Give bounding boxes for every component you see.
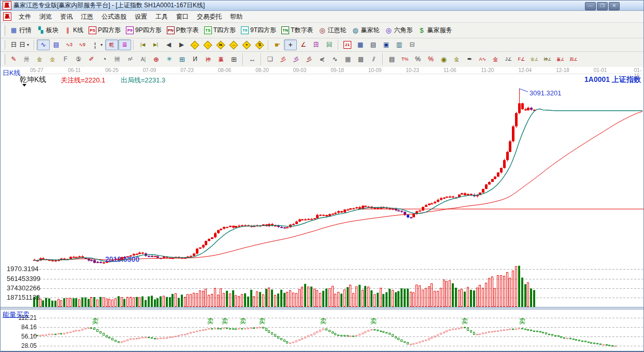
window-chart-button[interactable]: ∿ bbox=[37, 39, 50, 50]
minimize-button[interactable]: — bbox=[585, 2, 596, 10]
menu-item-资讯[interactable]: 资讯 bbox=[56, 11, 77, 23]
save-button[interactable]: ▣ bbox=[380, 39, 393, 50]
ps-badge-button[interactable]: PSP四方形 bbox=[86, 24, 123, 36]
candle-style-button[interactable]: ¦▾ bbox=[89, 39, 105, 50]
gold-rule-button[interactable]: 金 bbox=[450, 54, 463, 65]
winner-wheel-button[interactable]: ◍赢家轮 bbox=[349, 24, 382, 36]
toolbar-grip[interactable] bbox=[3, 25, 5, 35]
calculator-button[interactable]: ▦ bbox=[354, 39, 367, 50]
menu-item-文件[interactable]: 文件 bbox=[15, 11, 35, 23]
calendar-button[interactable]: 21 bbox=[341, 39, 354, 50]
menu-item-设置[interactable]: 设置 bbox=[131, 11, 151, 23]
map-shape-button[interactable]: 回 bbox=[323, 39, 336, 50]
shift-grid-button[interactable]: ▩ bbox=[354, 54, 367, 65]
menu-item-公式选股[interactable]: 公式选股 bbox=[97, 11, 131, 23]
diamond-updown-button[interactable]: ⇅ bbox=[253, 39, 266, 50]
menu-item-工具[interactable]: 工具 bbox=[151, 11, 172, 23]
memo-button[interactable]: ▤ bbox=[367, 39, 380, 50]
ma3-button[interactable]: ∿3 bbox=[63, 39, 76, 50]
last-bar-button[interactable]: ▶| bbox=[149, 39, 162, 50]
qiankun-dropdown-caret-icon[interactable] bbox=[22, 84, 26, 87]
prev-bar-button[interactable]: ◀ bbox=[162, 39, 175, 50]
percent-table-button[interactable]: ▤ bbox=[385, 54, 398, 65]
winner-service-button[interactable]: $赢家服务 bbox=[415, 24, 454, 36]
close-button[interactable]: ✕ bbox=[609, 2, 620, 10]
angle-pair-button[interactable]: A| bbox=[137, 54, 150, 65]
diamond-swap-button[interactable]: ⇆ bbox=[214, 39, 227, 50]
fan-rays-button[interactable]: 彡 bbox=[277, 54, 290, 65]
spiral5-button[interactable]: ⑤ bbox=[72, 54, 85, 65]
rays-button[interactable]: ⋞ bbox=[316, 54, 328, 65]
menu-item-帮助[interactable]: 帮助 bbox=[226, 11, 247, 23]
ma9-button[interactable]: ∿9 bbox=[76, 39, 89, 50]
gold-lines2-button[interactable]: 金 bbox=[46, 54, 59, 65]
kline-candles-button[interactable]: ∥K线 bbox=[61, 24, 86, 36]
shen-grid-button[interactable]: 神 bbox=[202, 54, 214, 65]
diamond-expand-button[interactable]: ↔ bbox=[227, 39, 240, 50]
menu-item-江恩[interactable]: 江恩 bbox=[77, 11, 97, 23]
crosshair-button[interactable]: + bbox=[284, 39, 297, 50]
sector-blocks-button[interactable]: ▚板块 bbox=[34, 24, 61, 36]
hexagon-button[interactable]: ◎六角形 bbox=[382, 24, 415, 36]
f-lines-button[interactable]: F bbox=[59, 54, 72, 65]
qiankun-kline-label[interactable]: 乾坤K线 bbox=[20, 75, 46, 85]
gann-wheel-button[interactable]: ◎江恩轮 bbox=[316, 24, 349, 36]
menu-item-窗口[interactable]: 窗口 bbox=[172, 11, 193, 23]
toolbar-grip[interactable] bbox=[3, 54, 5, 64]
j-angle-button[interactable]: J∠ bbox=[502, 54, 515, 65]
period-day-button[interactable]: 日日▾ bbox=[7, 39, 32, 51]
tn-badge-button[interactable]: TNT数字表 bbox=[279, 24, 316, 36]
n-mark-button[interactable]: И bbox=[189, 54, 202, 65]
t9-badge-button[interactable]: T99T四方形 bbox=[238, 24, 279, 36]
cycle-circle-button[interactable]: ◔ bbox=[98, 54, 111, 65]
quote-table-button[interactable]: ▦行情 bbox=[7, 24, 34, 36]
pane-splitter[interactable] bbox=[1, 307, 644, 309]
percent-button[interactable]: % bbox=[411, 54, 424, 65]
gold-box-button[interactable]: 金 bbox=[489, 54, 502, 65]
info-panel-button[interactable]: ▤ bbox=[50, 39, 63, 50]
target-cross-button[interactable]: ⊕ bbox=[150, 54, 163, 65]
maximize-button[interactable]: ❐ bbox=[597, 2, 608, 10]
hand-button[interactable]: ☛ bbox=[271, 39, 284, 50]
diamond-move-button[interactable]: + bbox=[240, 39, 253, 50]
p9-badge-button[interactable]: P99P四方形 bbox=[123, 24, 164, 36]
ying-angle-button[interactable]: 赢∠ bbox=[554, 54, 567, 65]
qiankun-button[interactable]: 乾 bbox=[105, 39, 118, 50]
ts-badge-button[interactable]: TST四方形 bbox=[202, 24, 238, 36]
pn-badge-button[interactable]: PNP数字表 bbox=[164, 24, 202, 36]
diamond-right-button[interactable]: → bbox=[201, 39, 214, 50]
fan-box1-button[interactable]: 彡 bbox=[290, 54, 303, 65]
f-angle-button[interactable]: F∠ bbox=[515, 54, 528, 65]
square-web-button[interactable]: ⊞ bbox=[176, 54, 189, 65]
gold-lines1-button[interactable]: 金 bbox=[33, 54, 46, 65]
fan-box2-button[interactable]: 彡 bbox=[303, 54, 316, 65]
marker-pen-button[interactable]: ✐ bbox=[85, 54, 98, 65]
hash2-button[interactable]: 卌 bbox=[111, 54, 124, 65]
a-wave-button[interactable]: A∿ bbox=[476, 54, 489, 65]
ink-pen-button[interactable]: ✒ bbox=[463, 54, 476, 65]
gold-angle-button[interactable]: 金∠ bbox=[528, 54, 541, 65]
diamond-left-button[interactable]: ← bbox=[188, 39, 201, 50]
shen-angle-button[interactable]: 神∠ bbox=[541, 54, 554, 65]
toolbar-grip[interactable] bbox=[3, 40, 5, 50]
h-measure-button[interactable]: ↔ bbox=[246, 54, 259, 65]
save-web-button[interactable]: ▥ bbox=[393, 39, 406, 50]
percent-t-button[interactable]: T% bbox=[398, 54, 411, 65]
percent-lines-button[interactable]: % bbox=[424, 54, 437, 65]
ruler-grid-button[interactable]: ⊞ bbox=[227, 54, 240, 65]
zigzag-button[interactable]: ∿ bbox=[328, 54, 341, 65]
gold-circle-button[interactable]: ◉ bbox=[437, 54, 450, 65]
title-bar[interactable]: 赢 赢家江恩专业版[赢家内部服务平台] - [上证指数 SH1A0001-167… bbox=[1, 1, 643, 11]
print-button[interactable]: ⊟ bbox=[406, 39, 419, 50]
first-bar-button[interactable]: |◀ bbox=[136, 39, 149, 50]
volume-style-button[interactable]: ≣ bbox=[118, 39, 131, 50]
pen-button[interactable]: ✎ bbox=[7, 54, 20, 65]
box-select-button[interactable]: ❏ bbox=[264, 54, 277, 65]
parallel-lines-button[interactable]: ⫽ bbox=[367, 54, 380, 65]
star-web-button[interactable]: ✳ bbox=[163, 54, 176, 65]
menu-item-交易委托[interactable]: 交易委托 bbox=[193, 11, 226, 23]
ying-grid-button[interactable]: 赢 bbox=[214, 54, 227, 65]
n2-button[interactable]: n² bbox=[124, 54, 137, 65]
dense-grid-button[interactable]: ▦ bbox=[341, 54, 354, 65]
menu-item-浏览[interactable]: 浏览 bbox=[35, 11, 56, 23]
